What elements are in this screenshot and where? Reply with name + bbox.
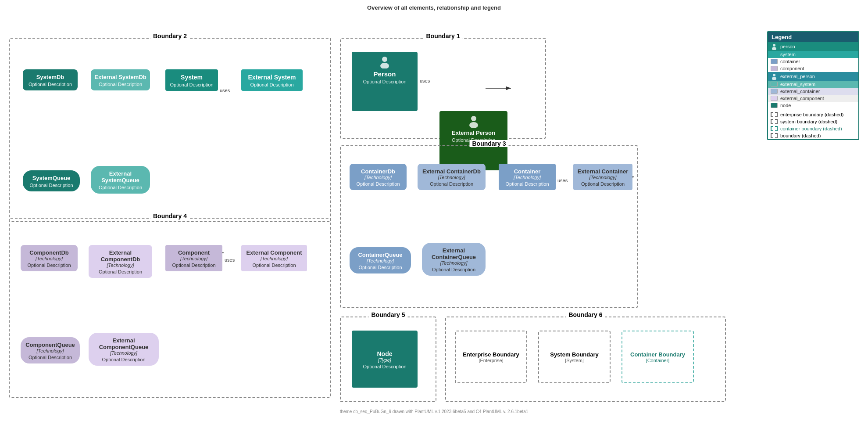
ext-componentqueue-tech: [Technology] <box>92 350 155 356</box>
container-boundary-name: Container Boundary <box>630 351 685 358</box>
arrow-uses-b2: uses <box>220 88 230 93</box>
person-icon <box>378 55 391 68</box>
componentdb-tech: [Technology] <box>24 256 74 261</box>
containerdb-tech: [Technology] <box>353 175 403 180</box>
arrow-uses-b4: uses <box>225 257 235 263</box>
ext-componentqueue-name: External ComponentQueue <box>92 337 155 350</box>
legend-box: Legend person system container component <box>767 31 859 140</box>
legend-item-ext-system: external_system <box>768 81 858 88</box>
system-name: System <box>169 74 214 81</box>
svg-point-11 <box>773 74 775 76</box>
legend-ext-system-label: external_system <box>780 82 815 87</box>
ext-system-desc: Optional Description <box>245 82 299 87</box>
systemqueue-box: SystemQueue Optional Description <box>23 170 80 191</box>
ext-systemqueue-desc: Optional Description <box>94 185 146 190</box>
arrow-uses-b3: uses <box>557 178 568 183</box>
componentqueue-tech: [Technology] <box>24 348 76 353</box>
legend-item-node: node <box>768 102 858 109</box>
container-boundary-type: [Container] <box>646 358 670 363</box>
boundary-3-label: Boundary 3 <box>469 140 508 147</box>
ext-containerdb-name: External ContainerDb <box>421 168 482 175</box>
container-name: Container <box>502 168 552 175</box>
ext-componentdb-box: External ComponentDb [Technology] Option… <box>89 245 152 278</box>
ext-componentdb-name: External ComponentDb <box>92 249 149 263</box>
container-tech: [Technology] <box>502 175 552 180</box>
system-boundary-name: System Boundary <box>550 351 599 358</box>
legend-enterprise-swatch <box>771 112 778 117</box>
legend-ext-person-icon <box>771 73 778 80</box>
legend-generic-b-swatch <box>771 133 778 138</box>
node-desc: Optional Description <box>355 364 414 369</box>
legend-container-b-swatch <box>771 126 778 131</box>
legend-boundary-enterprise: enterprise boundary (dashed) <box>768 111 858 118</box>
enterprise-boundary-box: Enterprise Boundary [Enterprise] <box>455 331 527 383</box>
legend-boundary-system: system boundary (dashed) <box>768 118 858 125</box>
legend-ext-container-swatch <box>771 89 778 94</box>
containerqueue-box: ContainerQueue [Technology] Optional Des… <box>350 247 411 273</box>
svg-point-12 <box>772 77 776 80</box>
svg-point-7 <box>471 116 476 121</box>
boundary-5-label: Boundary 5 <box>368 311 407 318</box>
ext-container-tech: [Technology] <box>577 175 629 180</box>
legend-component-swatch <box>771 66 778 71</box>
person-box: Person Optional Description <box>352 52 418 111</box>
enterprise-boundary-type: [Enterprise] <box>479 358 503 363</box>
node-box: Node [Type] Optional Description <box>352 331 418 388</box>
container-box: Container [Technology] Optional Descript… <box>499 164 556 190</box>
enterprise-boundary-name: Enterprise Boundary <box>463 351 519 358</box>
person-desc: Optional Description <box>355 79 414 84</box>
ext-container-desc: Optional Description <box>577 181 629 187</box>
legend-title: Legend <box>768 32 858 42</box>
ext-component-box: External Component [Technology] Optional… <box>241 245 307 271</box>
legend-item-system: system <box>768 51 858 58</box>
legend-ext-component-swatch <box>771 96 778 101</box>
systemqueue-desc: Optional Description <box>26 183 76 188</box>
legend-node-swatch <box>771 103 778 108</box>
container-desc: Optional Description <box>502 181 552 187</box>
boundary-2: Boundary 2 SystemDb Optional Description… <box>9 38 331 222</box>
component-desc: Optional Description <box>169 263 219 268</box>
componentdb-box: ComponentDb [Technology] Optional Descri… <box>21 245 78 271</box>
ext-systemqueue-box: External SystemQueue Optional Descriptio… <box>91 166 150 194</box>
ext-systemdb-desc: Optional Description <box>94 82 146 87</box>
containerqueue-desc: Optional Description <box>353 265 407 270</box>
ext-containerdb-tech: [Technology] <box>421 175 482 180</box>
legend-component-label: component <box>780 66 804 71</box>
component-name: Component <box>169 249 219 256</box>
boundary-5: Boundary 5 Node [Type] Optional Descript… <box>340 317 436 402</box>
node-tech: [Type] <box>355 357 414 363</box>
svg-point-9 <box>773 44 775 47</box>
legend-item-container: container <box>768 58 858 65</box>
componentqueue-box: ComponentQueue [Technology] Optional Des… <box>21 337 80 363</box>
systemqueue-name: SystemQueue <box>26 175 76 181</box>
ext-container-box: External Container [Technology] Optional… <box>573 164 632 190</box>
legend-person-label: person <box>780 44 795 49</box>
ext-containerqueue-name: External ContainerQueue <box>425 247 482 260</box>
legend-container-label: container <box>780 59 800 64</box>
svg-point-8 <box>469 122 478 128</box>
legend-generic-b-label: boundary (dashed) <box>780 133 821 138</box>
ext-container-name: External Container <box>577 168 629 175</box>
ext-containerdb-desc: Optional Description <box>421 181 482 187</box>
ext-componentdb-desc: Optional Description <box>92 269 149 274</box>
svg-point-10 <box>772 47 776 50</box>
legend-item-ext-person: external_person <box>768 72 858 81</box>
legend-item-person: person <box>768 42 858 51</box>
ext-system-name: External System <box>245 74 299 81</box>
ext-person-icon <box>467 115 480 128</box>
containerqueue-tech: [Technology] <box>353 258 407 263</box>
component-tech: [Technology] <box>169 256 219 261</box>
ext-containerdb-box: External ContainerDb [Technology] Option… <box>418 164 486 190</box>
legend-container-swatch <box>771 59 778 64</box>
ext-componentqueue-box: External ComponentQueue [Technology] Opt… <box>89 333 159 366</box>
legend-boundary-container: container boundary (dashed) <box>768 125 858 132</box>
ext-component-name: External Component <box>245 249 304 256</box>
component-box: Component [Technology] Optional Descript… <box>165 245 222 271</box>
boundary-2-label: Boundary 2 <box>150 32 189 40</box>
legend-enterprise-label: enterprise boundary (dashed) <box>780 112 843 117</box>
ext-containerqueue-desc: Optional Description <box>425 267 482 272</box>
svg-point-6 <box>380 63 389 68</box>
boundary-6: Boundary 6 Enterprise Boundary [Enterpri… <box>445 317 726 402</box>
node-name: Node <box>355 350 414 357</box>
ext-systemqueue-name: External SystemQueue <box>94 170 146 184</box>
